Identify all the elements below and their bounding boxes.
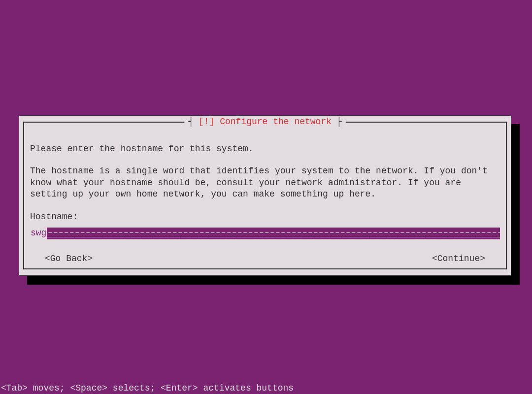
hostname-input-filler	[47, 232, 500, 233]
dialog-border: ┤ [!] Configure the network ├ Please ent…	[23, 122, 507, 269]
hostname-value: swg	[30, 228, 47, 239]
dialog-content: Please enter the hostname for this syste…	[24, 123, 506, 270]
keyboard-hint: <Tab> moves; <Space> selects; <Enter> ac…	[1, 383, 294, 393]
description-text: The hostname is a single word that ident…	[30, 165, 500, 200]
title-bracket-right: ├	[336, 117, 342, 127]
continue-button[interactable]: <Continue>	[432, 253, 485, 264]
hostname-label: Hostname:	[30, 211, 500, 223]
hostname-input[interactable]: swg	[30, 228, 500, 239]
network-config-dialog: ┤ [!] Configure the network ├ Please ent…	[19, 115, 511, 276]
dialog-title-wrap: ┤ [!] Configure the network ├	[184, 117, 346, 127]
intro-text: Please enter the hostname for this syste…	[30, 143, 500, 155]
go-back-button[interactable]: <Go Back>	[45, 253, 93, 264]
title-bracket-left: ┤	[188, 117, 194, 127]
button-row: <Go Back> <Continue>	[30, 253, 500, 264]
dialog-title: [!] Configure the network	[199, 117, 332, 127]
